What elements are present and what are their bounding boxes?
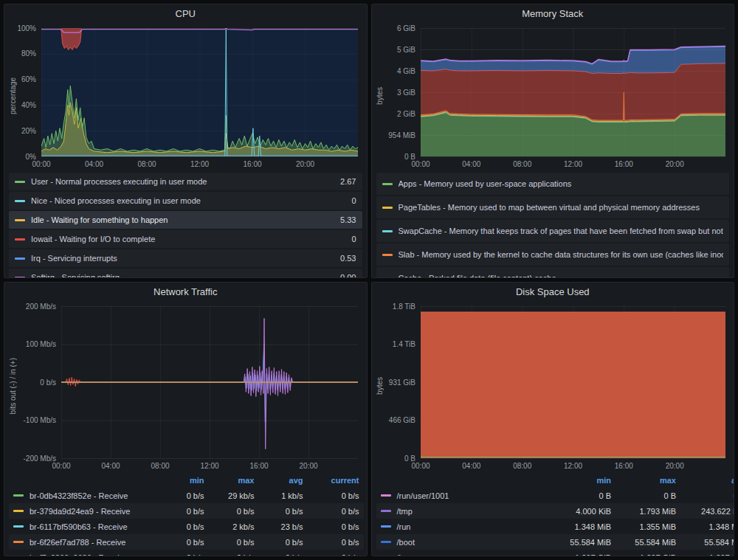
legend-label[interactable]: SwapCache - Memory that keeps track of p… — [399, 227, 724, 235]
legend-label-text: br-0db4323f852e - Receive — [30, 491, 128, 500]
legend-label[interactable]: /tmp — [381, 507, 545, 516]
series-color-dash — [381, 541, 391, 543]
legend-label[interactable]: User - Normal processes executing in use… — [31, 177, 327, 186]
legend-label[interactable]: /run/user/1001 — [381, 491, 545, 500]
legend-column-header[interactable]: avg — [255, 476, 303, 485]
legend-value: 1.793 MiB — [611, 507, 676, 516]
svg-text:-200 Mb/s: -200 Mb/s — [24, 454, 56, 463]
legend-row[interactable]: br-379da9d24ea9 - Receive0 b/s0 b/s0 b/s… — [9, 503, 364, 519]
svg-text:80%: 80% — [21, 49, 36, 58]
legend-column-header[interactable]: current — [303, 476, 359, 485]
legend-label[interactable]: Softirq - Servicing softirq — [31, 273, 327, 277]
legend-label-text: /boot — [397, 538, 415, 547]
svg-text:12:00: 12:00 — [563, 160, 582, 168]
legend-column-header[interactable]: max — [611, 476, 676, 485]
legend-label[interactable]: br-0db4323f852e - Receive — [13, 491, 156, 500]
panel-network: Network Traffic bits out (-) / in (+) -2… — [4, 282, 368, 556]
memory-y-axis-label: bytes — [375, 22, 385, 170]
legend-row[interactable]: br-f7a0866a8686 - Receive0 b/s0 b/s0 b/s… — [9, 550, 364, 556]
legend-column-header[interactable]: max — [204, 476, 255, 485]
panel-disk-header[interactable]: Disk Space Used — [372, 283, 734, 300]
svg-text:5 GiB: 5 GiB — [396, 46, 415, 54]
legend-row[interactable]: /run/user/10010 B0 B0 B — [376, 488, 735, 503]
disk-chart[interactable]: 0 B466 GiB931 GiB1.4 TiB1.8 TiB00:0004:0… — [385, 300, 731, 471]
legend-column-header[interactable]: avg — [676, 476, 734, 485]
legend-label-text: /run — [397, 522, 411, 531]
legend-label-text: br-f7a0866a8686 - Receive — [30, 553, 128, 556]
legend-row[interactable]: Slab - Memory used by the kernel to cach… — [376, 243, 730, 266]
network-legend: minmaxavgcurrentbr-0db4323f852e - Receiv… — [4, 471, 367, 556]
legend-label[interactable]: /run — [381, 522, 545, 531]
legend-row[interactable]: Iowait - Waiting for I/O to complete0 — [9, 230, 362, 248]
cpu-chart[interactable]: 0%20%40%60%80%100%00:0004:0008:0012:0016… — [18, 22, 363, 170]
legend-value: 1.348 MiB — [545, 522, 611, 531]
legend-row[interactable]: Irq - Servicing interrupts0.53 — [9, 249, 362, 267]
legend-value: 0 b/s — [255, 507, 303, 516]
legend-value: 0 b/s — [156, 507, 204, 516]
svg-text:16:00: 16:00 — [614, 462, 632, 470]
legend-row[interactable]: SwapCache - Memory that keeps track of p… — [376, 220, 730, 242]
svg-text:16:00: 16:00 — [243, 160, 261, 168]
svg-text:1.8 TiB: 1.8 TiB — [392, 303, 415, 311]
legend-row[interactable]: Idle - Waiting for something to happen5.… — [9, 211, 362, 229]
legend-row[interactable]: br-6117bf590b63 - Receive0 b/s2 kb/s23 b… — [9, 519, 364, 534]
legend-row[interactable]: PageTables - Memory used to map between … — [376, 196, 730, 218]
network-chart[interactable]: -200 Mb/s-100 Mb/s0 b/s100 Mb/s200 Mb/s0… — [18, 300, 363, 471]
legend-row[interactable]: /boot55.584 MiB55.584 MiB55.584 MiB — [376, 534, 735, 550]
legend-value: 0 B — [676, 491, 734, 500]
legend-label[interactable]: br-6117bf590b63 - Receive — [13, 522, 156, 531]
legend-label[interactable]: /home — [381, 553, 545, 556]
legend-label[interactable]: Cache - Parked file data (file content) … — [399, 274, 724, 277]
legend-label[interactable]: br-f7a0866a8686 - Receive — [13, 553, 156, 556]
legend-row[interactable]: /tmp4.000 KiB1.793 MiB243.622 KiB — [376, 503, 735, 519]
series-color-dash — [15, 200, 25, 202]
series-color-dash — [15, 257, 25, 260]
legend-row[interactable]: Nice - Niced processes executing in user… — [9, 192, 362, 210]
legend-label[interactable]: Idle - Waiting for something to happen — [31, 215, 327, 224]
legend-row[interactable]: Apps - Memory used by user-space applica… — [376, 173, 730, 195]
legend-label[interactable]: br-6f26ef7ad788 - Receive — [13, 538, 156, 547]
legend-row[interactable]: br-0db4323f852e - Receive0 b/s29 kb/s1 k… — [9, 488, 364, 503]
legend-label[interactable]: Nice - Niced processes executing in user… — [31, 196, 338, 205]
legend-label[interactable]: Apps - Memory used by user-space applica… — [399, 179, 724, 188]
legend-label-text: /tmp — [397, 507, 413, 516]
legend-label[interactable]: Iowait - Waiting for I/O to complete — [31, 235, 338, 243]
legend-row[interactable]: Softirq - Servicing softirq0.00 — [9, 269, 362, 277]
panel-memory-header[interactable]: Memory Stack — [372, 4, 734, 22]
memory-chart[interactable]: 0 B954 MiB2 GiB3 GiB4 GiB5 GiB6 GiB00:00… — [385, 22, 731, 170]
legend-row[interactable]: User - Normal processes executing in use… — [9, 173, 362, 190]
cpu-chart-area: percentage 0%20%40%60%80%100%00:0004:000… — [4, 22, 367, 170]
svg-text:12:00: 12:00 — [200, 462, 218, 470]
legend-label[interactable]: /boot — [381, 538, 545, 547]
series-color-dash — [382, 277, 393, 278]
series-color-dash — [381, 494, 391, 497]
svg-text:16:00: 16:00 — [614, 160, 632, 168]
legend-value: 0 b/s — [255, 538, 303, 547]
legend-value: 2 kb/s — [204, 522, 255, 531]
svg-text:4 GiB: 4 GiB — [396, 67, 415, 75]
legend-value: 0 b/s — [255, 553, 303, 556]
legend-value: 0 b/s — [303, 522, 359, 531]
legend-label[interactable]: PageTables - Memory used to map between … — [399, 203, 724, 212]
legend-value: 0 b/s — [156, 553, 204, 556]
legend-column-header[interactable]: min — [156, 476, 204, 485]
svg-text:20:00: 20:00 — [299, 462, 317, 470]
legend-column-header[interactable]: min — [545, 476, 611, 485]
legend-value: 1.207 GiB — [545, 553, 611, 556]
series-color-dash — [15, 219, 25, 221]
panel-title-memory[interactable]: Memory Stack — [522, 8, 583, 19]
legend-row[interactable]: Cache - Parked file data (file content) … — [376, 267, 730, 277]
panel-title-network[interactable]: Network Traffic — [154, 286, 217, 297]
legend-label[interactable]: Slab - Memory used by the kernel to cach… — [399, 250, 724, 259]
legend-row[interactable]: /home1.207 GiB1.207 GiB1.207 GiB — [376, 550, 735, 556]
legend-label[interactable]: Irq - Servicing interrupts — [31, 254, 327, 263]
svg-text:12:00: 12:00 — [190, 160, 209, 168]
legend-row[interactable]: /run1.348 MiB1.355 MiB1.348 MiB — [376, 519, 735, 534]
legend-row[interactable]: br-6f26ef7ad788 - Receive0 b/s0 b/s0 b/s… — [9, 534, 364, 550]
panel-network-header[interactable]: Network Traffic — [4, 283, 367, 300]
panel-title-disk[interactable]: Disk Space Used — [516, 286, 590, 297]
panel-cpu-header[interactable]: CPU — [4, 4, 367, 22]
svg-text:20:00: 20:00 — [665, 160, 683, 168]
legend-label[interactable]: br-379da9d24ea9 - Receive — [13, 507, 156, 516]
panel-title-cpu[interactable]: CPU — [176, 8, 196, 19]
